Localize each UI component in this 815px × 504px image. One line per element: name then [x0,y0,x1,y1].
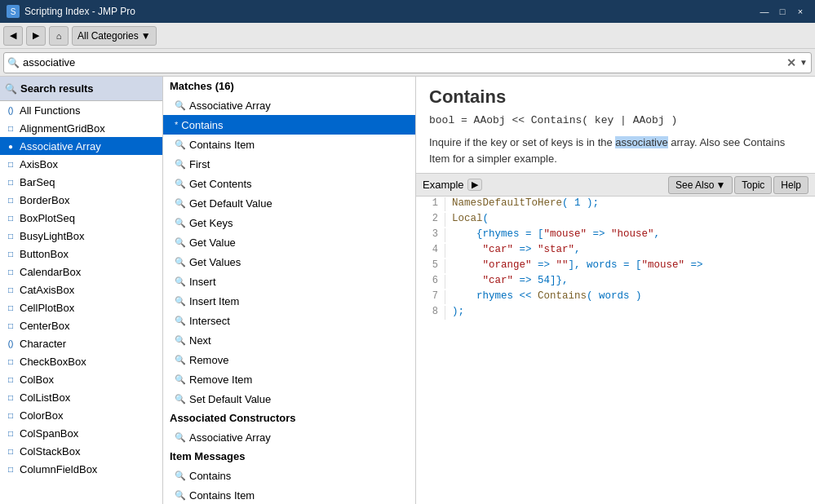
match-icon: * [175,120,178,130]
match-item[interactable]: 🔍Get Values [163,252,415,272]
match-item[interactable]: 🔍Set Default Value [163,389,415,409]
sidebar-item[interactable]: □CatAxisBox [0,281,162,298]
maximize-button[interactable]: □ [774,5,791,18]
list-item-icon: □ [5,303,16,312]
list-item-icon: □ [5,429,16,438]
code-string: "orange" [483,259,532,271]
help-button[interactable]: Help [773,176,808,194]
sidebar-item[interactable]: □BarSeq [0,173,162,191]
sidebar-item[interactable]: ()Character [0,334,162,352]
line-number: 4 [416,244,445,258]
list-item-label: AxisBox [20,158,58,170]
match-item[interactable]: 🔍Associative Array [163,95,415,115]
titlebar: S Scripting Index - JMP Pro — □ × [0,0,815,23]
nav-back-button[interactable]: ◀ [3,26,23,46]
list-item-label: ColBox [20,374,54,386]
left-panel-header: 🔍 Search results [0,77,162,101]
nav-forward-button[interactable]: ▶ [26,26,46,46]
category-dropdown[interactable]: All Categories ▼ [72,26,157,46]
sidebar-item[interactable]: □ButtonBox [0,245,162,263]
list-item-icon: () [5,106,16,115]
sidebar-item[interactable]: □CenterBox [0,316,162,334]
match-item[interactable]: 🔍Get Default Value [163,193,415,213]
sidebar-item[interactable]: □CellPlotBox [0,298,162,316]
sidebar-item[interactable]: □ColStackBox [0,442,162,460]
list-item-label: ColorBox [20,409,63,422]
see-also-button[interactable]: See Also ▼ [668,176,733,194]
associated-constructors-header: Associated Constructors [163,409,415,427]
code-function: NamesDefaultToHere [452,197,562,209]
sidebar-item[interactable]: □ColorBox [0,406,162,424]
match-item[interactable]: 🔍Next [163,330,415,350]
sidebar-item[interactable]: □ColumnFieldBox [0,460,162,478]
match-item[interactable]: 🔍Remove [163,350,415,369]
list-item-icon: □ [5,178,16,187]
sidebar-item[interactable]: □BorderBox [0,191,162,209]
sidebar-item[interactable]: □CalendarBox [0,263,162,281]
match-item[interactable]: 🔍Get Keys [163,213,415,232]
list-item-icon: □ [5,196,16,205]
match-item[interactable]: 🔍Intersect [163,311,415,330]
sidebar-item[interactable]: □AxisBox [0,155,162,173]
page-title: Contains [429,86,802,108]
match-label: Contains Item [189,139,255,151]
minimize-button[interactable]: — [756,5,773,18]
list-item-label: ColStackBox [20,445,80,458]
match-label: Insert Item [189,295,239,307]
match-item[interactable]: 🔍First [163,154,415,174]
window-controls[interactable]: — □ × [756,5,808,18]
match-item[interactable]: 🔍Get Contents [163,174,415,193]
line-content: rhymes << Contains( words ) [452,290,642,304]
match-item[interactable]: 🔍Get Value [163,232,415,252]
match-icon: 🔍 [175,218,186,228]
match-item[interactable]: 🔍Insert [163,272,415,291]
search-clear-button[interactable]: ✕ [786,57,796,69]
match-item[interactable]: 🔍Insert Item [163,291,415,311]
search-dropdown-icon[interactable]: ▼ [799,58,808,67]
matches-list: Matches (16)🔍Associative Array*Contains🔍… [163,77,415,504]
match-item[interactable]: *Contains [163,115,415,135]
message-item[interactable]: 🔍Contains Item [163,485,415,504]
constructor-item[interactable]: 🔍Associative Array [163,427,415,447]
match-item[interactable]: 🔍Remove Item [163,369,415,389]
example-run-icon[interactable]: ▶ [467,179,482,191]
list-item-label: ColSpanBox [20,427,78,440]
sidebar-item[interactable]: □ColSpanBox [0,424,162,442]
sidebar-item[interactable]: □ColBox [0,370,162,388]
nav-home-button[interactable]: ⌂ [49,26,69,46]
close-button[interactable]: × [792,5,808,18]
code-plain: ], words = [ [569,259,642,271]
sidebar-item[interactable]: ●Associative Array [0,137,162,155]
match-icon: 🔍 [175,355,186,365]
line-content: ); [452,306,464,320]
code-signature: bool = AAobj << Contains( key | AAobj ) [429,114,802,126]
topic-button[interactable]: Topic [734,176,772,194]
sidebar-item[interactable]: □CheckBoxBox [0,352,162,370]
code-line: 7 rhymes << Contains( words ) [416,290,815,305]
list-item-label: ColumnFieldBox [20,463,97,475]
line-number: 7 [416,290,445,304]
match-label: Insert [189,276,216,288]
search-input[interactable] [23,56,783,69]
sidebar-item[interactable]: □BoxPlotSeq [0,209,162,227]
code-plain [452,244,483,255]
code-string: "car" [483,275,514,286]
code-area[interactable]: 1NamesDefaultToHere( 1 );2Local(3 {rhyme… [416,197,815,504]
match-icon: 🔍 [175,276,186,287]
list-item-icon: □ [5,375,16,384]
sidebar-item[interactable]: □BusyLightBox [0,227,162,245]
app-icon: S [7,5,20,18]
code-line: 2Local( [416,212,815,228]
match-item[interactable]: 🔍Contains Item [163,135,415,154]
line-number: 2 [416,213,445,227]
sidebar-item[interactable]: □AlignmentGridBox [0,119,162,137]
list-item-label: BoxPlotSeq [20,212,75,224]
middle-panel: Matches (16)🔍Associative Array*Contains🔍… [163,77,416,504]
list-item-icon: □ [5,393,16,402]
message-item[interactable]: 🔍Contains [163,466,415,485]
list-item-label: CalendarBox [20,266,81,278]
sidebar-item[interactable]: ()All Functions [0,101,162,119]
sidebar-item[interactable]: □ColListBox [0,388,162,406]
list-item-label: CellPlotBox [20,302,74,314]
code-plain: ( words ) [587,290,642,302]
